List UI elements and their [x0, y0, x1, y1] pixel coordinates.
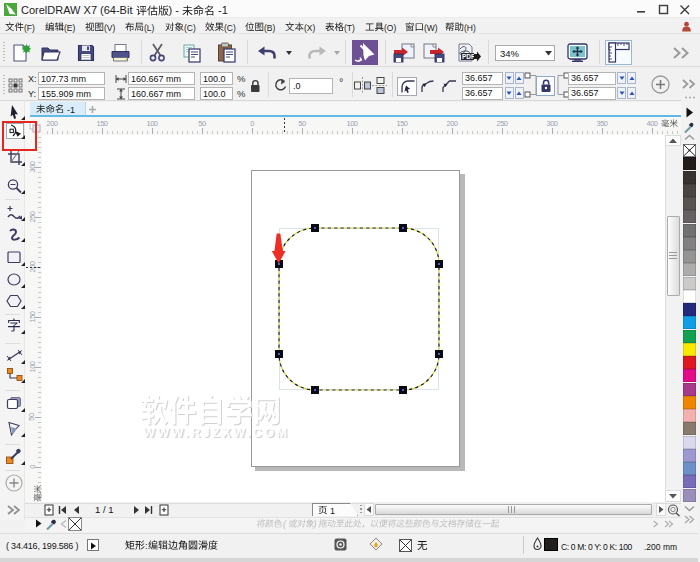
svg-text:PDF: PDF — [462, 53, 475, 60]
